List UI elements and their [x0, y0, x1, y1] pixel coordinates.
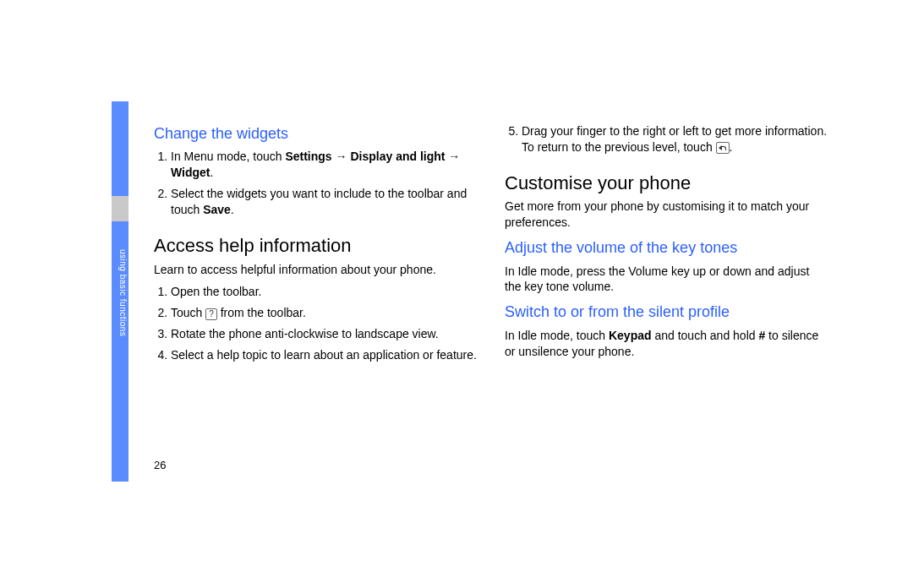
widgets-step-2: Select the widgets you want to include t… — [171, 186, 478, 218]
help-steps-list: Open the toolbar. Touch ? from the toolb… — [154, 284, 478, 363]
page-number: 26 — [154, 458, 166, 473]
side-accent-marker — [112, 196, 128, 221]
help-step-4: Select a help topic to learn about an ap… — [171, 347, 478, 363]
heading-change-widgets: Change the widgets — [154, 123, 478, 144]
text: Drag your finger to the right or left to… — [522, 124, 827, 154]
heading-customise-phone: Customise your phone — [505, 171, 828, 196]
text: → — [445, 150, 460, 163]
customise-intro-text: Get more from your phone by customising … — [505, 199, 828, 231]
text: In Idle mode, touch — [505, 329, 609, 342]
heading-adjust-volume: Adjust the volume of the key tones — [505, 237, 828, 258]
bold-text: Display and light — [350, 150, 445, 163]
bold-text: Save — [203, 203, 231, 216]
bold-text: Settings — [285, 150, 331, 163]
text: → — [332, 150, 351, 163]
text: In Menu mode, touch — [171, 150, 285, 163]
content-columns: Change the widgets In Menu mode, touch S… — [154, 123, 828, 512]
manual-page: using basic functions Change the widgets… — [0, 0, 913, 588]
bold-text: Widget — [171, 166, 210, 179]
continued-step-5: Drag your finger to the right or left to… — [522, 123, 828, 155]
volume-body-text: In Idle mode, press the Volume key up or… — [505, 264, 828, 296]
side-section-label: using basic functions — [117, 249, 128, 336]
help-step-1: Open the toolbar. — [171, 284, 478, 300]
continued-steps-list: Drag your finger to the right or left to… — [505, 123, 828, 155]
widgets-steps-list: In Menu mode, touch Settings → Display a… — [154, 149, 478, 218]
heading-silent-profile: Switch to or from the silent profile — [505, 302, 828, 322]
left-column: Change the widgets In Menu mode, touch S… — [154, 123, 478, 512]
heading-access-help: Access help information — [154, 233, 478, 259]
help-intro-text: Learn to access helpful information abou… — [154, 262, 478, 278]
text: . — [730, 140, 733, 154]
text: from the toolbar. — [217, 306, 306, 319]
text: Touch — [171, 306, 205, 319]
question-icon: ? — [205, 308, 217, 320]
silent-body-text: In Idle mode, touch Keypad and touch and… — [505, 328, 828, 360]
back-icon — [716, 142, 730, 154]
text: . — [231, 203, 234, 216]
help-step-2: Touch ? from the toolbar. — [171, 305, 478, 321]
text: and touch and hold — [652, 329, 759, 342]
help-step-3: Rotate the phone anti-clockwise to lands… — [171, 326, 478, 342]
right-column: Drag your finger to the right or left to… — [505, 123, 828, 512]
text: . — [210, 166, 214, 179]
bold-text: Keypad — [609, 329, 652, 342]
widgets-step-1: In Menu mode, touch Settings → Display a… — [171, 149, 478, 181]
